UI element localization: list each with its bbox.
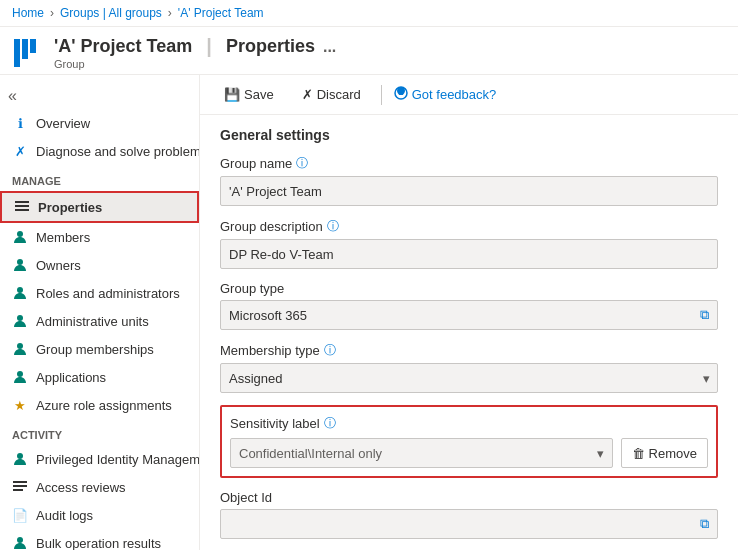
sidebar-item-properties[interactable]: Properties [0,191,199,223]
object-id-copy-icon[interactable]: ⧉ [700,516,709,532]
sidebar-item-bulk-ops[interactable]: Bulk operation results [0,529,199,550]
audit-logs-icon: 📄 [12,507,28,523]
group-desc-input[interactable] [220,239,718,269]
toolbar-divider [381,85,382,105]
sidebar-item-diagnose[interactable]: ✗ Diagnose and solve problems [0,137,199,165]
sensitivity-label-row: Confidential\Internal only ▾ 🗑 Remove [230,438,708,468]
group-desc-label: Group description ⓘ [220,218,718,235]
access-reviews-icon [12,479,28,495]
breadcrumb: Home › Groups | All groups › 'A' Project… [0,0,738,27]
object-id-field: Object Id ⧉ [220,490,718,539]
membership-type-dropdown-wrap: Assigned ▾ [220,363,718,393]
group-description-field: Group description ⓘ [220,218,718,269]
svg-rect-14 [13,485,27,487]
bulk-ops-icon [12,535,28,550]
sidebar-item-owners[interactable]: Owners [0,251,199,279]
info-icon: ℹ [12,115,28,131]
save-button[interactable]: 💾 Save [216,83,282,106]
group-type-field: Group type Microsoft 365 ⧉ [220,281,718,330]
group-icon [12,37,44,69]
sidebar-item-audit-logs[interactable]: 📄 Audit logs [0,501,199,529]
sidebar: « ℹ Overview ✗ Diagnose and solve proble… [0,75,200,550]
page-title: 'A' Project Team | Properties ... [54,35,336,58]
sensitivity-label-label: Sensitivity label ⓘ [230,415,708,432]
breadcrumb-home[interactable]: Home [12,6,44,20]
breadcrumb-current: 'A' Project Team [178,6,264,20]
group-desc-info-icon[interactable]: ⓘ [327,218,339,235]
remove-icon: 🗑 [632,446,645,461]
svg-point-8 [17,287,23,293]
page-subtitle: Group [54,58,336,70]
sidebar-item-overview[interactable]: ℹ Overview [0,109,199,137]
toolbar: 💾 Save ✗ Discard Got feedback? [200,75,738,115]
sidebar-item-admin-units[interactable]: Administrative units [0,307,199,335]
membership-type-label: Membership type ⓘ [220,342,718,359]
sensitivity-dropdown[interactable]: Confidential\Internal only ▾ [230,438,613,468]
group-type-label: Group type [220,281,718,296]
membership-type-select[interactable]: Assigned [220,363,718,393]
group-name-field: Group name ⓘ 'A' Project Team [220,155,718,206]
svg-point-12 [17,453,23,459]
manage-section-label: Manage [0,165,199,191]
svg-point-10 [17,343,23,349]
svg-point-16 [17,537,23,543]
roles-icon [12,285,28,301]
svg-rect-15 [13,489,23,491]
page-header: 'A' Project Team | Properties ... Group [0,27,738,75]
object-id-input: ⧉ [220,509,718,539]
membership-type-field: Membership type ⓘ Assigned ▾ [220,342,718,393]
group-type-copy-icon[interactable]: ⧉ [700,307,709,323]
more-options-icon[interactable]: ... [323,38,336,56]
svg-point-9 [17,315,23,321]
diagnose-icon: ✗ [12,143,28,159]
svg-rect-5 [15,209,29,211]
feedback-icon [394,86,408,103]
group-name-info-icon[interactable]: ⓘ [296,155,308,172]
object-id-label: Object Id [220,490,718,505]
group-name-input[interactable]: 'A' Project Team [220,176,718,206]
group-type-input: Microsoft 365 ⧉ [220,300,718,330]
pim-icon [12,451,28,467]
sidebar-item-roles[interactable]: Roles and administrators [0,279,199,307]
svg-point-7 [17,259,23,265]
svg-rect-3 [15,201,29,203]
sidebar-item-pim[interactable]: Privileged Identity Management [0,445,199,473]
memberships-icon [12,341,28,357]
sidebar-item-azure-roles[interactable]: ★ Azure role assignments [0,391,199,419]
feedback-button[interactable]: Got feedback? [394,86,497,103]
discard-icon: ✗ [302,87,313,102]
group-name-label: Group name ⓘ [220,155,718,172]
save-icon: 💾 [224,87,240,102]
form-section: General settings Group name ⓘ 'A' Projec… [200,115,738,550]
sidebar-item-applications[interactable]: Applications [0,363,199,391]
svg-point-6 [17,231,23,237]
sensitivity-info-icon[interactable]: ⓘ [324,415,336,432]
svg-rect-0 [14,39,20,67]
svg-rect-4 [15,205,29,207]
admin-units-icon [12,313,28,329]
owners-icon [12,257,28,273]
discard-button[interactable]: ✗ Discard [294,83,369,106]
breadcrumb-groups[interactable]: Groups | All groups [60,6,162,20]
sidebar-item-memberships[interactable]: Group memberships [0,335,199,363]
sensitivity-label-section: Sensitivity label ⓘ Confidential\Interna… [220,405,718,478]
sensitivity-remove-button[interactable]: 🗑 Remove [621,438,708,468]
azure-roles-icon: ★ [12,397,28,413]
svg-rect-1 [22,39,28,59]
sidebar-collapse-button[interactable]: « [0,83,25,109]
svg-rect-13 [13,481,27,483]
members-icon [12,229,28,245]
sensitivity-caret-icon: ▾ [597,446,604,461]
applications-icon [12,369,28,385]
main-content: 💾 Save ✗ Discard Got feedback? General s… [200,75,738,550]
sidebar-item-access-reviews[interactable]: Access reviews [0,473,199,501]
activity-section-label: Activity [0,419,199,445]
svg-rect-2 [30,39,36,53]
properties-icon [14,199,30,215]
membership-type-info-icon[interactable]: ⓘ [324,342,336,359]
general-settings-title: General settings [220,127,718,143]
sidebar-item-members[interactable]: Members [0,223,199,251]
svg-point-11 [17,371,23,377]
